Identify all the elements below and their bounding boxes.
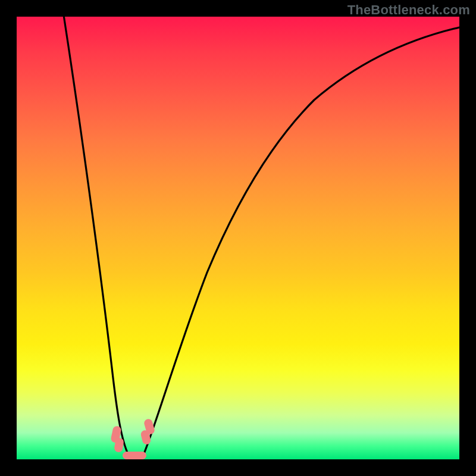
svg-rect-2 [123, 452, 146, 459]
chart-plot-area [17, 17, 459, 459]
bottleneck-curve [17, 17, 459, 459]
marker-group [110, 418, 155, 459]
watermark-text: TheBottleneck.com [347, 2, 470, 18]
chart-frame: TheBottleneck.com [0, 0, 476, 476]
